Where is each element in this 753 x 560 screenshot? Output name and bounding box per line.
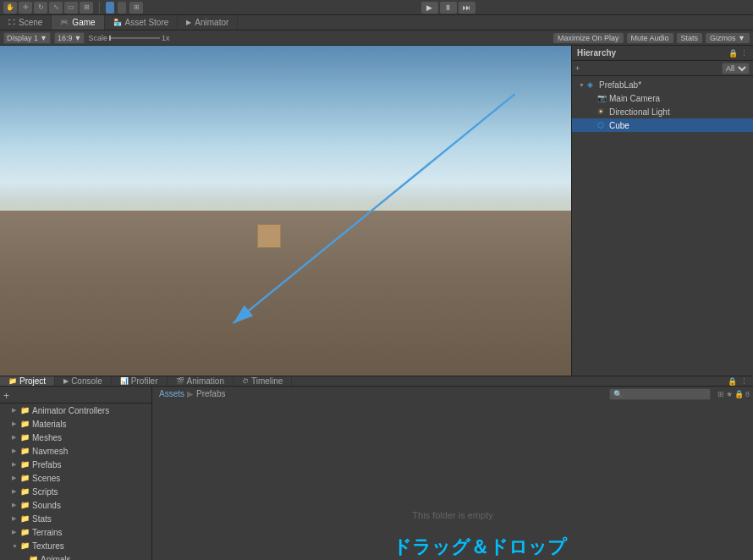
prefablab-arrow: ▼ [579, 82, 585, 88]
display-select[interactable]: Display 1 ▼ [3, 32, 51, 44]
bottom-section: 📁 Project ▶ Console 📊 Profiler 🎬 Animati… [0, 376, 753, 545]
view-btn-size[interactable]: 8 [745, 390, 750, 398]
drag-drop-text: ドラッグ＆ドロップ [393, 535, 567, 560]
nav-label: Navmesh [32, 447, 68, 456]
project-search-bar: 🔍 ⊞ ★ 🔒 8 [606, 387, 753, 402]
bottom-menu-icon[interactable]: ⋮ [740, 377, 748, 386]
view-btn-2[interactable]: ★ [726, 390, 733, 398]
light-icon: ☀ [597, 107, 607, 116]
scale-tool[interactable]: ⤡ [49, 2, 63, 14]
global-button[interactable] [118, 2, 126, 14]
profiler-tab-icon: 📊 [120, 377, 129, 385]
pause-button[interactable]: ⏸ [440, 2, 457, 14]
aspect-select[interactable]: 16:9 ▼ [54, 32, 85, 44]
proj-item-textures[interactable]: ▼ 📁 Textures [0, 539, 151, 552]
prefablab-icon: ◈ [587, 80, 597, 89]
proj-item-navmesh[interactable]: ▶ 📁 Navmesh [0, 444, 151, 458]
search-box[interactable]: 🔍 [609, 388, 711, 400]
gizmos[interactable]: Gizmos ▼ [706, 33, 750, 43]
proj-item-scenes[interactable]: ▶ 📁 Scenes [0, 471, 151, 485]
proj-item-terrains[interactable]: ▶ 📁 Terrains [0, 525, 151, 539]
center-button[interactable] [106, 2, 114, 14]
ac-arrow: ▶ [12, 407, 19, 414]
scenes-label: Scenes [32, 474, 60, 483]
display-arrow: ▼ [40, 34, 47, 42]
prefabs-label: Prefabs [32, 460, 61, 469]
proj-item-meshes[interactable]: ▶ 📁 Meshes [0, 431, 151, 444]
view-btn-1[interactable]: ⊞ [717, 390, 724, 398]
terrains-label: Terrains [32, 528, 63, 537]
maximize-on-play[interactable]: Maximize On Play [553, 33, 624, 43]
stats-arrow: ▶ [12, 515, 19, 522]
proj-item-stats[interactable]: ▶ 📁 Stats [0, 512, 151, 525]
transform-tool[interactable]: ⊞ [80, 2, 93, 14]
tab-asset-store[interactable]: 🏪 Asset Store [105, 15, 179, 30]
scenes-folder-icon: 📁 [20, 474, 30, 482]
layers-icon[interactable]: ⊞ [129, 2, 143, 14]
proj-item-scripts[interactable]: ▶ 📁 Scripts [0, 485, 151, 498]
tab-timeline[interactable]: ⏱ Timeline [234, 376, 292, 386]
proj-item-animator-controllers[interactable]: ▶ 📁 Animator Controllers [0, 404, 151, 417]
hierarchy-lock-icon[interactable]: 🔒 [728, 49, 738, 58]
tab-profiler[interactable]: 📊 Profiler [112, 376, 168, 386]
textures-arrow: ▼ [12, 543, 19, 549]
ac-folder-icon: 📁 [20, 406, 30, 415]
proj-item-materials[interactable]: ▶ 📁 Materials [0, 417, 151, 431]
game-tab-label: Game [72, 18, 95, 27]
project-add-button[interactable]: + [3, 390, 9, 402]
camera-label: Main Camera [609, 94, 660, 103]
scene-tab-label: Scene [19, 18, 42, 27]
proj-item-prefabs[interactable]: ▶ 📁 Prefabs [0, 458, 151, 471]
scale-line[interactable] [109, 37, 160, 39]
bottom-lock-icon[interactable]: 🔒 [728, 377, 737, 386]
tab-project[interactable]: 📁 Project [0, 376, 55, 386]
timeline-tab-label: Timeline [251, 376, 283, 386]
tab-animation[interactable]: 🎬 Animation [168, 376, 234, 386]
mute-audio[interactable]: Mute Audio [627, 33, 673, 43]
hierarchy-title: Hierarchy [577, 48, 616, 58]
mat-label: Materials [32, 420, 67, 429]
tree-item-prefablab[interactable]: ▼ ◈ PrefabLab* [572, 78, 753, 91]
rotate-tool[interactable]: ↻ [34, 2, 47, 14]
tab-animator[interactable]: ▶ Animator [178, 15, 238, 30]
game-view[interactable] [0, 46, 571, 376]
tree-item-cube[interactable]: ⬡ Cube [572, 118, 753, 132]
breadcrumb-assets[interactable]: Assets [159, 389, 184, 398]
hierarchy-title-bar: Hierarchy 🔒 ⋮ [572, 46, 753, 61]
hierarchy-add-button[interactable]: + [575, 64, 580, 73]
move-tool[interactable]: ✛ [19, 2, 32, 14]
tree-item-directional-light[interactable]: ☀ Directional Light [572, 105, 753, 118]
proj-item-sounds[interactable]: ▶ 📁 Sounds [0, 498, 151, 512]
hierarchy-all-select[interactable]: All [722, 63, 750, 74]
mesh-arrow: ▶ [12, 434, 19, 441]
proj-item-animals[interactable]: 📁 Animals [0, 552, 151, 560]
gizmos-label: Gizmos [710, 34, 736, 42]
view-btn-3[interactable]: 🔒 [734, 390, 744, 398]
step-button[interactable]: ⏭ [459, 2, 475, 14]
tab-game[interactable]: 🎮 Game [52, 15, 104, 30]
tab-scene[interactable]: ⛶ Scene [0, 15, 52, 30]
hierarchy-panel: Hierarchy 🔒 ⋮ + All ▼ ◈ PrefabLab* � [571, 46, 753, 376]
mesh-folder-icon: 📁 [20, 433, 30, 442]
tool-group: ✋ ✛ ↻ ⤡ ▭ ⊞ [3, 2, 93, 14]
asset-tab-label: Asset Store [125, 18, 169, 27]
hand-tool[interactable]: ✋ [3, 2, 17, 14]
sounds-label: Sounds [32, 501, 61, 510]
right-controls: Maximize On Play Mute Audio Stats Gizmos… [553, 33, 750, 43]
scale-label: Scale [88, 34, 107, 42]
scripts-arrow: ▶ [12, 488, 19, 495]
empty-message: This folder is empty [412, 510, 492, 520]
profiler-tab-label: Profiler [131, 376, 158, 386]
bottom-content: + ▶ 📁 Animator Controllers ▶ 📁 Materials… [0, 387, 753, 560]
rect-tool[interactable]: ▭ [64, 2, 78, 14]
animals-label: Animals [41, 555, 71, 561]
stats[interactable]: Stats [677, 33, 703, 43]
game-tab-icon: 🎮 [60, 19, 69, 26]
play-button[interactable]: ▶ [421, 2, 438, 14]
hierarchy-menu-icon[interactable]: ⋮ [740, 49, 748, 58]
textures-label: Textures [32, 541, 64, 551]
breadcrumb-prefabs: Prefabs [196, 389, 225, 398]
tree-item-main-camera[interactable]: 📷 Main Camera [572, 91, 753, 105]
animation-tab-label: Animation [187, 376, 224, 386]
tab-console[interactable]: ▶ Console [55, 376, 112, 386]
